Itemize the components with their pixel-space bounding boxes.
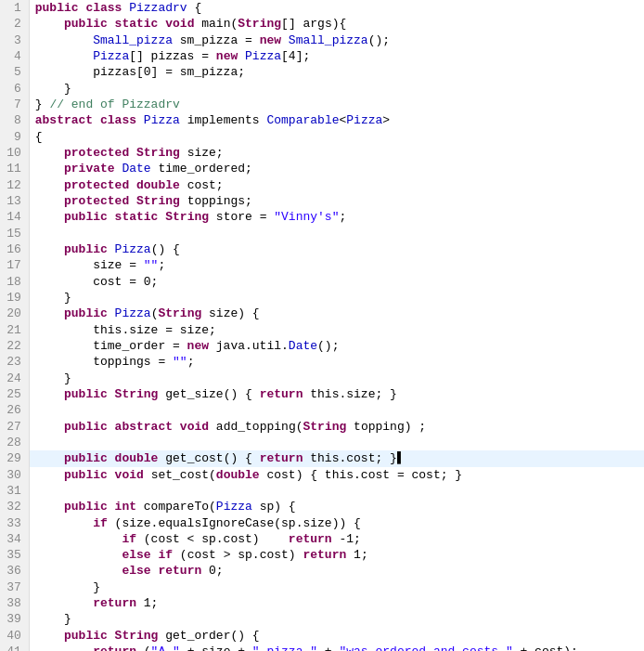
token: 1; bbox=[346, 548, 367, 562]
line-number: 15 bbox=[0, 226, 29, 241]
line-number: 23 bbox=[0, 354, 29, 370]
token: protected bbox=[64, 146, 129, 160]
line-number: 20 bbox=[0, 306, 29, 321]
line-number: 2 bbox=[0, 16, 29, 32]
line-number: 9 bbox=[0, 129, 29, 145]
token: " pizza " bbox=[252, 644, 317, 651]
token: > bbox=[382, 113, 390, 127]
table-row: 20 public Pizza(String size) { bbox=[0, 306, 644, 321]
line-number: 26 bbox=[0, 402, 29, 418]
token: Date bbox=[122, 162, 150, 176]
line-number: 39 bbox=[0, 611, 29, 627]
code-content: public class Pizzadrv { bbox=[29, 0, 644, 16]
token: static bbox=[115, 210, 159, 224]
code-table: 1public class Pizzadrv {2 public static … bbox=[0, 0, 644, 651]
token: get_cost() { bbox=[158, 451, 259, 465]
token: implements bbox=[180, 113, 267, 127]
table-row: 27 public abstract void add_topping(Stri… bbox=[0, 419, 644, 435]
token bbox=[35, 49, 93, 63]
token: time_order = bbox=[93, 339, 187, 353]
token: cost) { this.cost = cost; } bbox=[260, 468, 462, 482]
token: + bbox=[317, 644, 339, 651]
token: String bbox=[115, 387, 159, 401]
token: if bbox=[93, 516, 108, 530]
code-content: this.size = size; bbox=[29, 322, 644, 338]
token: class bbox=[85, 1, 122, 15]
token: } bbox=[35, 580, 100, 594]
code-content: if (size.equalsIgnoreCase(sp.size)) { bbox=[29, 515, 644, 531]
code-content: else if (cost > sp.cost) return 1; bbox=[29, 547, 644, 563]
token bbox=[129, 194, 136, 208]
token: protected bbox=[64, 178, 129, 192]
token: return bbox=[289, 532, 332, 546]
token: private bbox=[64, 162, 115, 176]
token: ▌ bbox=[397, 451, 405, 465]
token bbox=[35, 242, 64, 256]
code-content: protected String toppings; bbox=[29, 193, 644, 209]
token: public bbox=[64, 17, 108, 31]
line-number: 31 bbox=[0, 483, 29, 499]
token: public bbox=[35, 1, 79, 15]
token: Pizza bbox=[144, 113, 180, 127]
token: (); bbox=[368, 33, 390, 47]
token: new bbox=[260, 33, 281, 47]
token bbox=[35, 500, 64, 514]
code-content: cost = 0; bbox=[29, 274, 644, 290]
token: if bbox=[158, 548, 173, 562]
token: time_ordered; bbox=[151, 162, 252, 176]
line-number: 30 bbox=[0, 467, 29, 483]
code-content bbox=[29, 402, 644, 418]
table-row: 25 public String get_size() { return thi… bbox=[0, 386, 644, 402]
token: this.size; } bbox=[303, 387, 396, 401]
table-row: 39 } bbox=[0, 611, 644, 627]
token: int bbox=[115, 500, 136, 514]
code-content bbox=[29, 435, 644, 450]
code-content: Small_pizza sm_pizza = new Small_pizza()… bbox=[29, 33, 644, 48]
token: Small_pizza bbox=[93, 33, 173, 47]
line-number: 7 bbox=[0, 97, 29, 112]
token: String bbox=[136, 194, 180, 208]
table-row: 32 public int compareTo(Pizza sp) { bbox=[0, 499, 644, 514]
code-content: if (cost < sp.cost) return -1; bbox=[29, 531, 644, 547]
table-row: 7} // end of Pizzadrv bbox=[0, 97, 644, 112]
code-content: public void set_cost(double cost) { this… bbox=[29, 467, 644, 483]
token: protected bbox=[64, 194, 129, 208]
token: add_topping( bbox=[209, 420, 303, 434]
token bbox=[35, 210, 64, 224]
token: public bbox=[64, 500, 108, 514]
token: "was ordered and costs " bbox=[339, 644, 512, 651]
token: Pizza bbox=[216, 500, 252, 514]
token: + size + bbox=[180, 644, 252, 651]
line-number: 8 bbox=[0, 112, 29, 128]
code-content: protected double cost; bbox=[29, 177, 644, 193]
code-content: } bbox=[29, 290, 644, 306]
token: toppings = bbox=[93, 355, 173, 369]
token: [4]; bbox=[281, 49, 310, 63]
token bbox=[35, 323, 93, 337]
table-row: 13 protected String toppings; bbox=[0, 193, 644, 209]
line-number: 12 bbox=[0, 177, 29, 193]
table-row: 41 return ("A " + size + " pizza " + "wa… bbox=[0, 644, 644, 651]
token: get_order() { bbox=[158, 629, 259, 643]
table-row: 35 else if (cost > sp.cost) return 1; bbox=[0, 547, 644, 563]
token: } bbox=[35, 612, 71, 626]
token: if bbox=[122, 532, 136, 546]
token bbox=[35, 468, 64, 482]
line-number: 6 bbox=[0, 81, 29, 97]
token: public bbox=[64, 242, 108, 256]
table-row: 28 bbox=[0, 435, 644, 450]
code-content: private Date time_ordered; bbox=[29, 161, 644, 176]
token bbox=[108, 210, 115, 224]
token: new bbox=[216, 49, 238, 63]
token: size; bbox=[180, 146, 224, 160]
line-number: 33 bbox=[0, 515, 29, 531]
token: String bbox=[238, 17, 281, 31]
line-number: 40 bbox=[0, 628, 29, 644]
token: return bbox=[93, 644, 136, 651]
line-number: 34 bbox=[0, 531, 29, 547]
token: Pizza bbox=[346, 113, 382, 127]
table-row: 31 bbox=[0, 483, 644, 499]
code-content: pizzas[0] = sm_pizza; bbox=[29, 64, 644, 80]
line-number: 27 bbox=[0, 419, 29, 435]
token bbox=[173, 420, 180, 434]
